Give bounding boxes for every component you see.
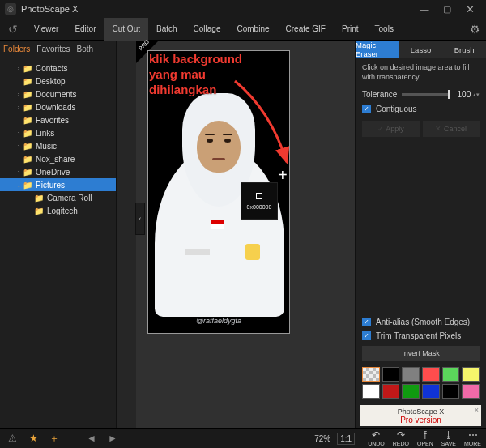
- open-button[interactable]: ⭱OPEN: [417, 430, 433, 446]
- tolerance-slider[interactable]: [402, 93, 450, 96]
- sidebar-tab-favorites[interactable]: Favorites: [36, 45, 70, 53]
- folder-logitech[interactable]: 📁Logitech: [0, 204, 116, 217]
- tab-brush[interactable]: Brush: [442, 41, 486, 58]
- tolerance-label: Tolerance: [362, 90, 397, 99]
- undo-button[interactable]: ↶UNDO: [368, 430, 385, 446]
- menu-tab-viewer[interactable]: Viewer: [26, 18, 66, 41]
- maximize-button[interactable]: ▢: [436, 1, 458, 17]
- folder-icon: 📁: [23, 103, 32, 112]
- more-button[interactable]: ⋯MORE: [464, 430, 481, 446]
- folder-onedrive[interactable]: ›📁OneDrive: [0, 165, 116, 178]
- folder-desktop[interactable]: 📁Desktop: [0, 75, 116, 87]
- redo-button[interactable]: ↷REDO: [393, 430, 409, 446]
- swatch[interactable]: [362, 367, 380, 382]
- menu-tab-tools[interactable]: Tools: [367, 18, 402, 41]
- menu-tab-print[interactable]: Print: [334, 18, 367, 41]
- folder-icon: 📁: [23, 90, 32, 99]
- save-button[interactable]: ⭳SAVE: [441, 430, 456, 446]
- contiguous-checkbox[interactable]: ✓ Contiguous: [356, 102, 486, 116]
- tool-panel: Magic Eraser Lasso Brush Click on desire…: [355, 41, 486, 428]
- check-icon: ✓: [362, 105, 371, 113]
- folder-links[interactable]: ›📁Links: [0, 126, 116, 139]
- titlebar: ◎ PhotoScape X — ▢ ✕: [0, 0, 486, 18]
- stepper-icon[interactable]: ▴▾: [473, 92, 480, 98]
- swatch[interactable]: [462, 367, 480, 382]
- folder-sidebar: Folders Favorites Both ›📁Contacts 📁Deskt…: [0, 41, 117, 428]
- swatch[interactable]: [462, 384, 480, 399]
- menu-tab-collage[interactable]: Collage: [185, 18, 229, 41]
- cancel-button[interactable]: ✕ Cancel: [423, 121, 480, 137]
- favorite-icon[interactable]: ★: [26, 433, 40, 444]
- zoom-ratio[interactable]: 1:1: [337, 433, 355, 445]
- annotation-arrow: [230, 78, 303, 175]
- folder-icon: 📁: [23, 77, 32, 86]
- tolerance-row: Tolerance 100 ▴▾: [356, 87, 486, 102]
- tab-magic-eraser[interactable]: Magic Eraser: [356, 41, 399, 58]
- sidebar-tab-both[interactable]: Both: [76, 45, 93, 53]
- sidebar-tab-folders[interactable]: Folders: [3, 45, 30, 53]
- folder-icon: 📁: [34, 207, 44, 215]
- swatch[interactable]: [382, 384, 400, 399]
- main-menubar: ↺ ViewerEditorCut OutBatchCollageCombine…: [0, 18, 486, 41]
- apply-button[interactable]: ✓ Apply: [362, 121, 420, 137]
- folder-tree[interactable]: ›📁Contacts 📁Desktop›📁Documents›📁Download…: [0, 58, 116, 428]
- warning-icon[interactable]: ⚠: [5, 433, 19, 444]
- swatch[interactable]: [442, 384, 460, 399]
- swatch[interactable]: [362, 384, 380, 399]
- check-icon: ✓: [362, 331, 371, 340]
- folder-favorites[interactable]: 📁Favorites: [0, 113, 116, 126]
- swatch[interactable]: [422, 384, 440, 399]
- antialias-checkbox[interactable]: ✓ Anti-alias (Smooth Edges): [356, 315, 486, 329]
- folder-icon: 📁: [23, 129, 32, 138]
- swatch[interactable]: [422, 367, 440, 382]
- folder-icon: 📁: [23, 116, 32, 125]
- folder-camera-roll[interactable]: 📁Camera Roll: [0, 191, 116, 204]
- trim-checkbox[interactable]: ✓ Trim Transparent Pixels: [356, 329, 486, 343]
- next-icon[interactable]: ►: [105, 433, 120, 444]
- folder-pictures[interactable]: ⌄📁Pictures: [0, 178, 116, 191]
- back-icon[interactable]: ↺: [0, 19, 26, 39]
- promo-close-icon[interactable]: ×: [475, 406, 479, 414]
- menu-tab-batch[interactable]: Batch: [148, 18, 185, 41]
- color-tooltip: 0x000000: [241, 182, 278, 220]
- menu-tab-cut-out[interactable]: Cut Out: [104, 18, 148, 41]
- tab-lasso[interactable]: Lasso: [399, 41, 443, 58]
- promo-banner[interactable]: PhotoScape X Pro version ×: [360, 405, 481, 426]
- sidebar-tabs: Folders Favorites Both: [0, 41, 116, 58]
- menu-tab-editor[interactable]: Editor: [66, 18, 104, 41]
- menu-tab-create-gif[interactable]: Create GIF: [278, 18, 334, 41]
- status-bar: ⚠ ★ ＋ ◄ ► 72% 1:1 ↶UNDO ↷REDO ⭱OPEN ⭳SAV…: [0, 428, 486, 448]
- folder-documents[interactable]: ›📁Documents: [0, 87, 116, 100]
- menu-tab-combine[interactable]: Combine: [228, 18, 277, 41]
- prev-icon[interactable]: ◄: [84, 433, 99, 444]
- swatch[interactable]: [402, 384, 420, 399]
- tool-hint: Click on desired image area to fill with…: [356, 58, 486, 87]
- watermark-text: @raffaeldygta: [148, 317, 289, 325]
- swatch[interactable]: [402, 367, 420, 382]
- window-title: PhotoScape X: [21, 4, 413, 14]
- folder-contacts[interactable]: ›📁Contacts: [0, 62, 116, 75]
- minimize-button[interactable]: —: [413, 1, 436, 17]
- swatch[interactable]: [382, 367, 400, 382]
- folder-music[interactable]: ›📁Music: [0, 139, 116, 152]
- canvas-stage[interactable]: PRO ‹ @raffaeldygta 0x000000: [136, 41, 355, 428]
- color-swatches: [356, 364, 486, 402]
- tolerance-value: 100: [458, 90, 471, 99]
- close-button[interactable]: ✕: [458, 1, 481, 17]
- zoom-level[interactable]: 72%: [314, 434, 330, 443]
- folder-icon: 📁: [34, 194, 44, 203]
- folder-nox_share[interactable]: 📁Nox_share: [0, 152, 116, 165]
- invert-mask-button[interactable]: Invert Mask: [362, 346, 480, 361]
- folder-icon: 📁: [23, 181, 32, 190]
- folder-icon: 📁: [23, 142, 32, 151]
- folder-icon: 📁: [23, 155, 32, 164]
- settings-icon[interactable]: ⚙: [463, 18, 486, 41]
- color-hex: 0x000000: [247, 204, 272, 210]
- swatch[interactable]: [442, 367, 460, 382]
- thumb-strip[interactable]: [117, 41, 136, 428]
- collapse-sidebar-button[interactable]: ‹: [135, 203, 145, 235]
- add-icon[interactable]: ＋: [47, 432, 62, 446]
- folder-downloads[interactable]: ›📁Downloads: [0, 100, 116, 113]
- folder-icon: 📁: [23, 168, 32, 177]
- folder-icon: 📁: [23, 64, 32, 73]
